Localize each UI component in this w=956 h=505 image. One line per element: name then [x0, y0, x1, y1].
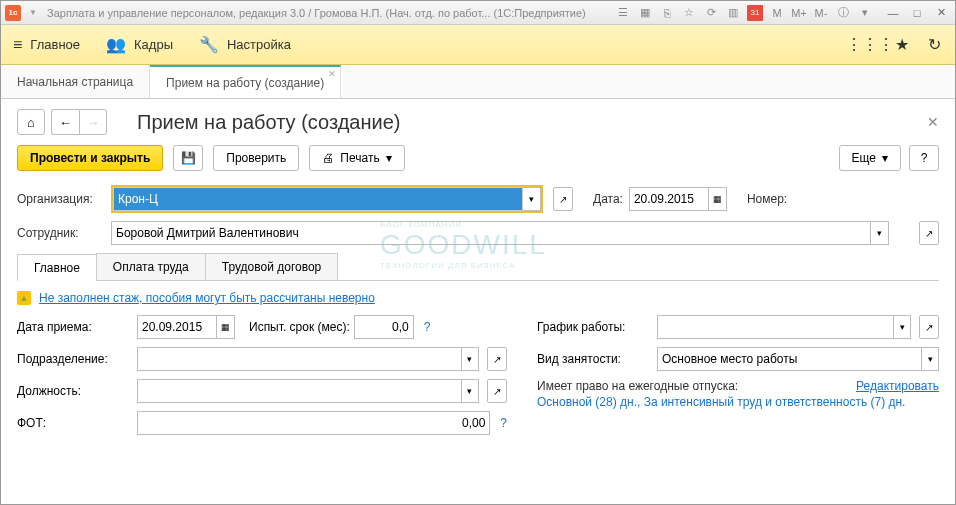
- system-menu-icon[interactable]: ▼: [25, 5, 41, 21]
- fot-input[interactable]: [137, 411, 490, 435]
- tab-contract[interactable]: Трудовой договор: [205, 253, 338, 280]
- print-button[interactable]: 🖨 Печать ▾: [309, 145, 404, 171]
- tb-icon-4[interactable]: ☆: [681, 5, 697, 21]
- more-button[interactable]: Еще ▾: [839, 145, 901, 171]
- tab-home[interactable]: Начальная страница: [1, 65, 150, 98]
- employee-open-button[interactable]: ↗: [919, 221, 939, 245]
- check-button[interactable]: Проверить: [213, 145, 299, 171]
- tb-icon-3[interactable]: ⎘: [659, 5, 675, 21]
- employee-input[interactable]: [111, 221, 871, 245]
- fot-label: ФОТ:: [17, 416, 133, 430]
- schedule-open-button[interactable]: ↗: [919, 315, 939, 339]
- org-input[interactable]: [113, 187, 523, 211]
- main-menu: ≡ Главное 👥 Кадры 🔧 Настройка ⋮⋮⋮ ★ ↻: [1, 25, 955, 65]
- warning-icon: ▲: [17, 291, 31, 305]
- home-button[interactable]: ⌂: [17, 109, 45, 135]
- info-icon[interactable]: ⓘ: [835, 5, 851, 21]
- date-label: Дата:: [593, 192, 623, 206]
- tab-main[interactable]: Главное: [17, 254, 97, 281]
- hamburger-icon: ≡: [13, 36, 22, 54]
- position-dropdown-icon[interactable]: ▾: [462, 379, 479, 403]
- page-close-button[interactable]: ✕: [927, 114, 939, 130]
- vacation-text: Основной (28) дн., За интенсивный труд и…: [537, 393, 939, 411]
- schedule-label: График работы:: [537, 320, 653, 334]
- org-open-button[interactable]: ↗: [553, 187, 573, 211]
- help-button[interactable]: ?: [909, 145, 939, 171]
- tb-icon-5[interactable]: ⟳: [703, 5, 719, 21]
- department-open-button[interactable]: ↗: [487, 347, 507, 371]
- employee-label: Сотрудник:: [17, 226, 105, 240]
- window-title: Зарплата и управление персоналом, редакц…: [47, 7, 586, 19]
- hire-date-label: Дата приема:: [17, 320, 133, 334]
- date-picker-icon[interactable]: ▦: [709, 187, 727, 211]
- menu-main[interactable]: ≡ Главное: [13, 36, 80, 54]
- history-icon[interactable]: ↻: [925, 36, 943, 54]
- probation-label: Испыт. срок (мес):: [249, 320, 350, 334]
- schedule-dropdown-icon[interactable]: ▾: [894, 315, 911, 339]
- calendar-icon[interactable]: 31: [747, 5, 763, 21]
- probation-input[interactable]: [354, 315, 414, 339]
- dd-icon[interactable]: ▾: [857, 5, 873, 21]
- schedule-input[interactable]: [657, 315, 894, 339]
- date-input[interactable]: [629, 187, 709, 211]
- employee-dropdown-icon[interactable]: ▾: [871, 221, 889, 245]
- tab-close-icon[interactable]: ✕: [328, 69, 336, 79]
- people-icon: 👥: [106, 35, 126, 54]
- submit-close-button[interactable]: Провести и закрыть: [17, 145, 163, 171]
- star-icon[interactable]: ★: [893, 36, 911, 54]
- tb-icon-2[interactable]: ▦: [637, 5, 653, 21]
- document-tabs: Начальная страница Прием на работу (созд…: [1, 65, 955, 99]
- position-label: Должность:: [17, 384, 133, 398]
- minimize-button[interactable]: —: [883, 5, 903, 21]
- chevron-down-icon: ▾: [386, 151, 392, 165]
- org-input-wrap: ▾: [111, 185, 543, 213]
- number-label: Номер:: [747, 192, 787, 206]
- m-icon[interactable]: M: [769, 5, 785, 21]
- form-tabs: Главное Оплата труда Трудовой договор: [17, 253, 939, 281]
- forward-button[interactable]: →: [79, 109, 107, 135]
- employment-label: Вид занятости:: [537, 352, 653, 366]
- hire-date-input[interactable]: [137, 315, 217, 339]
- employment-input[interactable]: [657, 347, 922, 371]
- hire-date-picker-icon[interactable]: ▦: [217, 315, 235, 339]
- position-input[interactable]: [137, 379, 462, 403]
- position-open-button[interactable]: ↗: [487, 379, 507, 403]
- org-label: Организация:: [17, 192, 105, 206]
- org-dropdown-icon[interactable]: ▾: [523, 187, 541, 211]
- department-input[interactable]: [137, 347, 462, 371]
- edit-vacations-link[interactable]: Редактировать: [856, 379, 939, 393]
- close-window-button[interactable]: ✕: [931, 5, 951, 21]
- tab-hire[interactable]: Прием на работу (создание) ✕: [150, 65, 341, 98]
- menu-settings[interactable]: 🔧 Настройка: [199, 35, 291, 54]
- save-button[interactable]: 💾: [173, 145, 203, 171]
- window-titlebar: 1c ▼ Зарплата и управление персоналом, р…: [1, 1, 955, 25]
- employment-dropdown-icon[interactable]: ▾: [922, 347, 939, 371]
- warning-link[interactable]: Не заполнен стаж, пособия могут быть рас…: [39, 291, 375, 305]
- apps-icon[interactable]: ⋮⋮⋮: [861, 36, 879, 54]
- back-button[interactable]: ←: [51, 109, 79, 135]
- wrench-icon: 🔧: [199, 35, 219, 54]
- fot-help[interactable]: ?: [500, 416, 507, 430]
- maximize-button[interactable]: □: [907, 5, 927, 21]
- department-dropdown-icon[interactable]: ▾: [462, 347, 479, 371]
- tb-icon-6[interactable]: ▥: [725, 5, 741, 21]
- chevron-down-icon: ▾: [882, 151, 888, 165]
- page-title: Прием на работу (создание): [137, 111, 400, 134]
- menu-staff[interactable]: 👥 Кадры: [106, 35, 173, 54]
- tab-payment[interactable]: Оплата труда: [96, 253, 206, 280]
- m-plus-icon[interactable]: M+: [791, 5, 807, 21]
- department-label: Подразделение:: [17, 352, 133, 366]
- m-minus-icon[interactable]: M-: [813, 5, 829, 21]
- app-icon: 1c: [5, 5, 21, 21]
- probation-help[interactable]: ?: [424, 320, 431, 334]
- tb-icon-1[interactable]: ☰: [615, 5, 631, 21]
